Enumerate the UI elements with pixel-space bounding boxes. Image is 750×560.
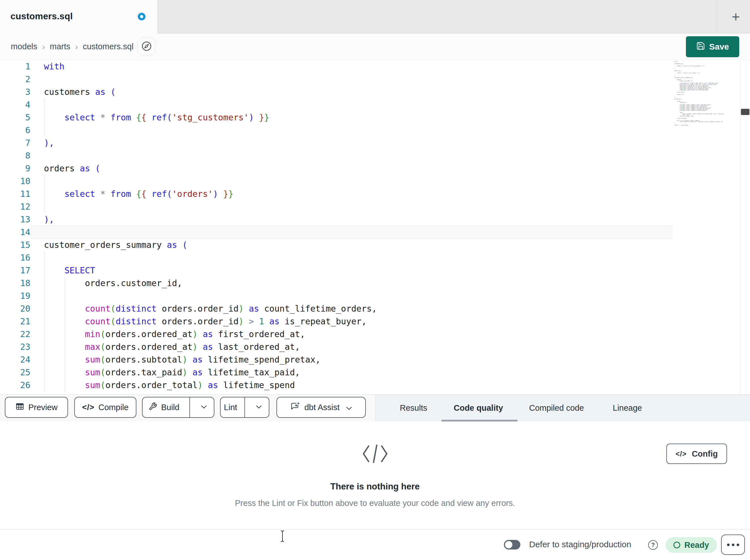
line-number: 6 — [0, 124, 30, 137]
code-line-content: sum(orders.tax_paid) as lifetime_tax_pai… — [30, 366, 673, 379]
breadcrumb-models[interactable]: models — [11, 42, 37, 51]
code-editor[interactable]: 1with23customers as (45 select * from {{… — [0, 60, 750, 395]
lint-split-button: Lint — [220, 397, 269, 418]
line-number: 8 — [0, 149, 30, 162]
code-line-1[interactable]: 1with — [0, 60, 673, 73]
tab-compiled-code[interactable]: Compiled code — [528, 395, 586, 421]
code-line-5[interactable]: 5 select * from {{ ref('stg_customers') … — [0, 111, 673, 124]
code-line-18[interactable]: 18 orders.customer_id, — [0, 277, 673, 290]
code-line-19[interactable]: 19 — [0, 290, 673, 302]
line-number: 14 — [0, 226, 30, 238]
code-line-content: sum(orders.subtotal) as lifetime_spend_p… — [30, 353, 673, 366]
code-line-22[interactable]: 22 min(orders.ordered_at) as first_order… — [0, 328, 673, 340]
code-line-content: max(orders.ordered_at) as last_ordered_a… — [30, 340, 673, 353]
empty-state-title: There is nothing here — [0, 481, 750, 492]
code-lines: 1with23customers as (45 select * from {{… — [0, 60, 673, 392]
breadcrumb-customers-sql[interactable]: customers.sql — [83, 42, 134, 51]
indent-guide — [44, 251, 45, 392]
minimap-divider — [740, 60, 741, 395]
code-line-content: orders as ( — [30, 162, 673, 175]
code-line-4[interactable]: 4 — [0, 98, 673, 111]
defer-toggle[interactable] — [504, 540, 520, 549]
code-line-14[interactable]: 14 — [0, 226, 673, 238]
code-line-content: ), — [30, 137, 673, 149]
assist-label: dbt Assist — [304, 403, 339, 412]
ellipsis-icon — [737, 544, 739, 546]
code-line-content: count(distinct orders.order_id) > 1 as i… — [30, 315, 673, 328]
line-number: 23 — [0, 340, 30, 353]
breadcrumb: models › marts › customers.sql — [11, 34, 134, 60]
new-tab-button[interactable]: + — [722, 0, 750, 33]
chevron-right-icon: › — [42, 42, 45, 51]
build-dropdown-button[interactable] — [194, 397, 214, 417]
code-line-15[interactable]: 15customer_orders_summary as ( — [0, 238, 673, 251]
tab-code-quality[interactable]: Code quality — [452, 395, 505, 421]
code-line-7[interactable]: 7), — [0, 137, 673, 149]
tab-results[interactable]: Results — [398, 395, 429, 421]
code-line-content: with — [30, 60, 673, 73]
build-button[interactable]: Build — [143, 397, 185, 417]
save-label: Save — [709, 42, 729, 51]
code-line-9[interactable]: 9orders as ( — [0, 162, 673, 175]
code-line-10[interactable]: 10 — [0, 175, 673, 188]
empty-state-subtitle: Press the Lint or Fix button above to ev… — [0, 499, 750, 508]
build-split-button: Build — [142, 397, 214, 418]
lint-button[interactable]: Lint — [221, 397, 240, 417]
breadcrumb-row: models › marts › customers.sql — [0, 34, 750, 60]
code-line-12[interactable]: 12 — [0, 200, 673, 213]
dbt-assist-button[interactable]: dbt Assist — [276, 397, 366, 418]
code-line-content — [30, 124, 673, 137]
line-number: 5 — [0, 111, 30, 124]
tab-customers-sql[interactable]: customers.sql — [0, 0, 158, 34]
line-number: 21 — [0, 315, 30, 328]
code-line-11[interactable]: 11 select * from {{ ref('orders') }} — [0, 188, 673, 200]
build-label: Build — [161, 403, 179, 412]
help-icon[interactable]: ? — [648, 540, 658, 550]
code-line-6[interactable]: 6 — [0, 124, 673, 137]
lint-dropdown-button[interactable] — [249, 397, 269, 417]
code-line-content: count(distinct orders.order_id) as count… — [30, 302, 673, 315]
compile-button[interactable]: </> Compile — [74, 397, 136, 418]
code-line-content — [30, 290, 673, 302]
code-line-content — [30, 200, 673, 213]
line-number: 20 — [0, 302, 30, 315]
code-line-20[interactable]: 20 count(distinct orders.order_id) as co… — [0, 302, 673, 315]
save-button[interactable]: Save — [686, 36, 739, 57]
chevron-down-icon — [256, 405, 262, 410]
file-navigate-button[interactable] — [138, 38, 155, 55]
code-line-17[interactable]: 17 SELECT — [0, 264, 673, 277]
code-line-3[interactable]: 3customers as ( — [0, 86, 673, 98]
config-label: Config — [692, 449, 718, 459]
code-icon: </> — [676, 450, 687, 458]
ide-status-badge[interactable]: Ready — [666, 537, 717, 553]
line-number: 17 — [0, 264, 30, 277]
code-line-23[interactable]: 23 max(orders.ordered_at) as last_ordere… — [0, 340, 673, 353]
code-line-21[interactable]: 21 count(distinct orders.order_id) > 1 a… — [0, 315, 673, 328]
code-line-24[interactable]: 24 sum(orders.subtotal) as lifetime_spen… — [0, 353, 673, 366]
line-number: 25 — [0, 366, 30, 379]
code-line-content: customers as ( — [30, 86, 673, 98]
breadcrumb-marts[interactable]: marts — [50, 42, 71, 51]
preview-button[interactable]: Preview — [5, 397, 68, 418]
ready-label: Ready — [684, 540, 709, 550]
tab-bar-divider — [717, 0, 717, 33]
bottom-panel: Preview </> Compile Build — [0, 394, 750, 530]
line-number: 9 — [0, 162, 30, 175]
status-circle-icon — [673, 542, 680, 548]
tab-lineage[interactable]: Lineage — [611, 395, 644, 421]
code-line-8[interactable]: 8 — [0, 149, 673, 162]
ibeam-cursor-pointer — [280, 530, 285, 543]
minimap[interactable]: with customers as ( select * from {{ ref… — [674, 61, 741, 126]
code-line-26[interactable]: 26 sum(orders.order_total) as lifetime_s… — [0, 379, 673, 392]
config-button[interactable]: </> Config — [666, 443, 727, 464]
line-number: 15 — [0, 238, 30, 251]
code-line-16[interactable]: 16 — [0, 251, 673, 264]
line-number: 18 — [0, 277, 30, 290]
code-line-25[interactable]: 25 sum(orders.tax_paid) as lifetime_tax_… — [0, 366, 673, 379]
code-line-2[interactable]: 2 — [0, 73, 673, 86]
code-line-13[interactable]: 13), — [0, 213, 673, 226]
scrollbar-thumb[interactable] — [741, 109, 749, 115]
line-number: 7 — [0, 137, 30, 149]
code-line-content: ), — [30, 213, 673, 226]
overflow-menu-button[interactable] — [721, 535, 745, 555]
